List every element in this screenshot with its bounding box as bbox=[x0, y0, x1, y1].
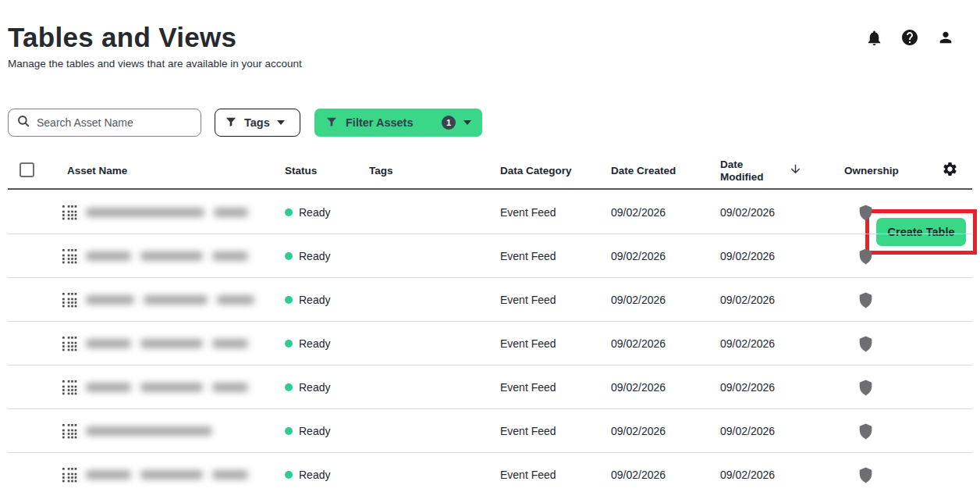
redacted-text-segment bbox=[212, 383, 248, 392]
table-row[interactable]: Ready Event Feed 09/02/2026 09/02/2026 bbox=[8, 409, 972, 453]
redacted-text-segment bbox=[140, 383, 203, 392]
status-ready-dot bbox=[285, 252, 293, 260]
sort-descending-arrow-icon[interactable] bbox=[789, 162, 802, 179]
date-modified-cell: 09/02/2026 bbox=[720, 453, 775, 492]
page-subtitle: Manage the tables and views that are ava… bbox=[8, 58, 302, 70]
date-created-cell: 09/02/2026 bbox=[611, 409, 666, 453]
redacted-text-segment bbox=[86, 383, 131, 392]
toolbar: Tags Filter Assets 1 Create Table bbox=[0, 109, 980, 137]
status-ready-dot bbox=[285, 471, 293, 479]
table-row[interactable]: Ready Event Feed 09/02/2026 09/02/2026 bbox=[8, 453, 972, 492]
ownership-shield-icon bbox=[859, 365, 872, 409]
table-row[interactable]: Ready Event Feed 09/02/2026 09/02/2026 bbox=[8, 322, 972, 365]
ownership-shield-icon bbox=[859, 234, 872, 278]
page-title: Tables and Views bbox=[8, 22, 236, 53]
filter-assets-button[interactable]: Filter Assets 1 bbox=[314, 109, 482, 137]
funnel-icon bbox=[325, 116, 338, 130]
column-header-date-modified[interactable]: Date Modified bbox=[720, 159, 769, 184]
data-category-cell: Event Feed bbox=[500, 322, 556, 365]
date-modified-cell: 09/02/2026 bbox=[720, 234, 775, 278]
redacted-text-segment bbox=[212, 470, 248, 480]
date-modified-cell: 09/02/2026 bbox=[720, 365, 775, 409]
redacted-name bbox=[86, 278, 254, 322]
table-header: Asset Name Status Tags Data Category Dat… bbox=[8, 152, 972, 190]
tags-filter-button[interactable]: Tags bbox=[215, 109, 300, 137]
table-grid-icon bbox=[62, 409, 77, 453]
status-cell: Ready bbox=[285, 234, 330, 278]
filter-count-badge: 1 bbox=[442, 116, 456, 130]
status-cell: Ready bbox=[285, 278, 330, 322]
redacted-text-segment bbox=[140, 339, 203, 348]
status-ready-dot bbox=[285, 383, 293, 391]
ownership-shield-icon bbox=[859, 409, 872, 453]
chevron-down-icon bbox=[463, 120, 471, 125]
status-cell: Ready bbox=[285, 453, 330, 492]
redacted-text-segment bbox=[86, 295, 134, 305]
column-header-data-category[interactable]: Data Category bbox=[500, 165, 572, 177]
chevron-down-icon bbox=[277, 120, 285, 125]
redacted-text-segment bbox=[140, 251, 203, 261]
funnel-icon bbox=[225, 116, 237, 130]
redacted-text-segment bbox=[214, 208, 248, 217]
top-right-icons bbox=[865, 28, 955, 47]
data-category-cell: Event Feed bbox=[500, 365, 556, 409]
status-ready-dot bbox=[285, 427, 293, 435]
select-all-checkbox[interactable] bbox=[20, 162, 34, 177]
date-created-cell: 09/02/2026 bbox=[611, 322, 666, 365]
data-category-cell: Event Feed bbox=[500, 409, 556, 453]
status-cell: Ready bbox=[285, 365, 330, 409]
date-modified-cell: 09/02/2026 bbox=[720, 322, 775, 365]
filter-assets-label: Filter Assets bbox=[346, 116, 414, 129]
status-ready-dot bbox=[285, 340, 293, 348]
bell-icon[interactable] bbox=[865, 28, 883, 47]
redacted-text-segment bbox=[212, 251, 248, 261]
redacted-text-segment bbox=[86, 426, 212, 436]
redacted-text-segment bbox=[86, 208, 204, 217]
table-row[interactable]: Ready Event Feed 09/02/2026 09/02/2026 bbox=[8, 278, 972, 322]
ownership-shield-icon bbox=[859, 278, 872, 322]
date-created-cell: 09/02/2026 bbox=[611, 365, 666, 409]
search-input[interactable] bbox=[37, 116, 193, 129]
redacted-name bbox=[86, 453, 248, 492]
data-category-cell: Event Feed bbox=[500, 234, 556, 278]
table-grid-icon bbox=[62, 278, 77, 322]
table-grid-icon bbox=[62, 453, 77, 492]
redacted-name bbox=[86, 322, 248, 365]
date-modified-cell: 09/02/2026 bbox=[720, 409, 775, 453]
redacted-text-segment bbox=[140, 470, 203, 480]
person-icon[interactable] bbox=[936, 28, 955, 47]
column-settings-gear-icon[interactable] bbox=[942, 161, 958, 180]
status-ready-dot bbox=[285, 209, 293, 216]
redacted-name bbox=[86, 234, 248, 278]
status-label: Ready bbox=[299, 469, 330, 481]
table-row[interactable]: Ready Event Feed 09/02/2026 09/02/2026 bbox=[8, 365, 972, 409]
ownership-shield-icon bbox=[859, 453, 872, 492]
column-header-ownership[interactable]: Ownership bbox=[844, 165, 899, 177]
redacted-name bbox=[86, 191, 248, 234]
redacted-text-segment bbox=[144, 295, 208, 305]
date-created-cell: 09/02/2026 bbox=[611, 453, 666, 492]
redacted-text-segment bbox=[217, 295, 254, 305]
status-label: Ready bbox=[299, 337, 330, 350]
help-icon[interactable] bbox=[900, 28, 919, 47]
column-header-asset-name[interactable]: Asset Name bbox=[67, 165, 127, 177]
tables-and-views-page: Tables and Views Manage the tables and v… bbox=[0, 0, 980, 492]
redacted-text-segment bbox=[86, 251, 131, 261]
table-row[interactable]: Ready Event Feed 09/02/2026 09/02/2026 bbox=[8, 191, 972, 234]
status-cell: Ready bbox=[285, 409, 330, 453]
column-header-tags[interactable]: Tags bbox=[369, 165, 393, 177]
status-cell: Ready bbox=[285, 191, 330, 234]
status-label: Ready bbox=[299, 425, 330, 437]
date-created-cell: 09/02/2026 bbox=[611, 234, 666, 278]
redacted-text-segment bbox=[86, 339, 131, 348]
status-label: Ready bbox=[299, 206, 330, 219]
tags-button-label: Tags bbox=[244, 116, 270, 129]
table-row[interactable]: Ready Event Feed 09/02/2026 09/02/2026 bbox=[8, 234, 972, 278]
data-category-cell: Event Feed bbox=[500, 278, 556, 322]
column-header-status[interactable]: Status bbox=[285, 165, 317, 177]
table-grid-icon bbox=[62, 322, 77, 365]
search-icon bbox=[16, 114, 30, 131]
status-cell: Ready bbox=[285, 322, 330, 365]
ownership-shield-icon bbox=[859, 322, 872, 365]
column-header-date-created[interactable]: Date Created bbox=[611, 165, 676, 177]
